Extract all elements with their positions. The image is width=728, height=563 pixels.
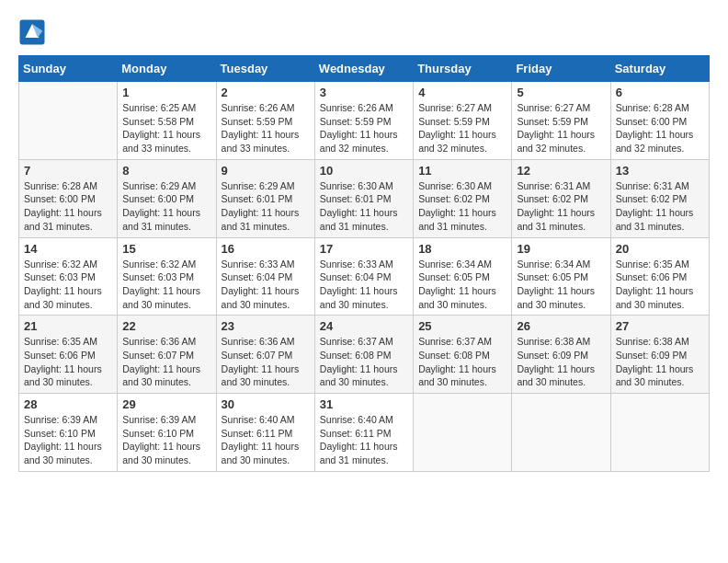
calendar-cell: 1Sunrise: 6:25 AM Sunset: 5:58 PM Daylig… xyxy=(118,82,216,160)
day-info: Sunrise: 6:39 AM Sunset: 6:10 PM Dayligh… xyxy=(122,413,210,467)
day-info: Sunrise: 6:30 AM Sunset: 6:01 PM Dayligh… xyxy=(320,179,408,234)
day-info: Sunrise: 6:38 AM Sunset: 6:09 PM Dayligh… xyxy=(517,335,605,389)
day-number: 6 xyxy=(616,86,704,99)
day-info: Sunrise: 6:40 AM Sunset: 6:11 PM Dayligh… xyxy=(222,413,310,467)
calendar-cell: 22Sunrise: 6:36 AM Sunset: 6:07 PM Dayli… xyxy=(118,316,216,394)
calendar-cell: 3Sunrise: 6:26 AM Sunset: 5:59 PM Daylig… xyxy=(314,82,413,160)
calendar-cell: 29Sunrise: 6:39 AM Sunset: 6:10 PM Dayli… xyxy=(118,394,216,472)
day-number: 23 xyxy=(222,319,310,333)
day-number: 29 xyxy=(122,397,210,411)
calendar-cell: 25Sunrise: 6:37 AM Sunset: 6:08 PM Dayli… xyxy=(414,316,512,394)
calendar-cell: 15Sunrise: 6:32 AM Sunset: 6:03 PM Dayli… xyxy=(118,237,216,316)
day-number: 8 xyxy=(122,164,210,178)
day-number: 9 xyxy=(222,164,310,178)
day-info: Sunrise: 6:36 AM Sunset: 6:07 PM Dayligh… xyxy=(222,335,310,389)
day-number: 12 xyxy=(517,164,605,178)
calendar-cell: 19Sunrise: 6:34 AM Sunset: 6:05 PM Dayli… xyxy=(512,237,610,316)
day-info: Sunrise: 6:35 AM Sunset: 6:06 PM Dayligh… xyxy=(616,258,704,312)
day-info: Sunrise: 6:32 AM Sunset: 6:03 PM Dayligh… xyxy=(122,258,210,312)
day-number: 22 xyxy=(122,319,210,333)
day-number: 7 xyxy=(24,164,112,178)
calendar-cell: 17Sunrise: 6:33 AM Sunset: 6:04 PM Dayli… xyxy=(314,237,413,316)
calendar-cell: 23Sunrise: 6:36 AM Sunset: 6:07 PM Dayli… xyxy=(216,316,314,394)
day-info: Sunrise: 6:31 AM Sunset: 6:02 PM Dayligh… xyxy=(616,179,704,234)
day-info: Sunrise: 6:30 AM Sunset: 6:02 PM Dayligh… xyxy=(418,179,506,234)
day-info: Sunrise: 6:35 AM Sunset: 6:06 PM Dayligh… xyxy=(24,335,112,389)
calendar-cell: 4Sunrise: 6:27 AM Sunset: 5:59 PM Daylig… xyxy=(414,82,512,160)
calendar-cell: 14Sunrise: 6:32 AM Sunset: 6:03 PM Dayli… xyxy=(19,237,118,316)
day-number: 16 xyxy=(222,242,310,256)
day-info: Sunrise: 6:31 AM Sunset: 6:02 PM Dayligh… xyxy=(517,179,605,234)
day-info: Sunrise: 6:34 AM Sunset: 6:05 PM Dayligh… xyxy=(418,258,506,312)
day-number: 26 xyxy=(517,319,605,333)
calendar-cell: 8Sunrise: 6:29 AM Sunset: 6:00 PM Daylig… xyxy=(118,159,216,237)
day-info: Sunrise: 6:29 AM Sunset: 6:00 PM Dayligh… xyxy=(122,179,210,234)
day-info: Sunrise: 6:36 AM Sunset: 6:07 PM Dayligh… xyxy=(122,335,210,389)
calendar-cell: 9Sunrise: 6:29 AM Sunset: 6:01 PM Daylig… xyxy=(216,159,314,237)
day-number: 25 xyxy=(418,319,506,333)
day-number: 28 xyxy=(24,397,112,411)
weekday-header: Saturday xyxy=(610,56,709,82)
calendar-cell: 21Sunrise: 6:35 AM Sunset: 6:06 PM Dayli… xyxy=(19,316,118,394)
day-info: Sunrise: 6:34 AM Sunset: 6:05 PM Dayligh… xyxy=(517,258,605,312)
day-number: 1 xyxy=(122,86,210,99)
calendar-cell: 11Sunrise: 6:30 AM Sunset: 6:02 PM Dayli… xyxy=(414,159,512,237)
day-info: Sunrise: 6:26 AM Sunset: 5:59 PM Dayligh… xyxy=(222,101,310,155)
calendar-cell: 27Sunrise: 6:38 AM Sunset: 6:09 PM Dayli… xyxy=(610,316,709,394)
day-number: 15 xyxy=(122,242,210,256)
calendar-table: SundayMondayTuesdayWednesdayThursdayFrid… xyxy=(18,55,710,472)
day-number: 18 xyxy=(418,242,506,256)
day-info: Sunrise: 6:27 AM Sunset: 5:59 PM Dayligh… xyxy=(418,101,506,155)
calendar-cell: 30Sunrise: 6:40 AM Sunset: 6:11 PM Dayli… xyxy=(216,394,314,472)
day-info: Sunrise: 6:37 AM Sunset: 6:08 PM Dayligh… xyxy=(418,335,506,389)
calendar-week-row: 1Sunrise: 6:25 AM Sunset: 5:58 PM Daylig… xyxy=(19,82,710,160)
calendar-cell: 20Sunrise: 6:35 AM Sunset: 6:06 PM Dayli… xyxy=(610,237,709,316)
calendar-cell: 18Sunrise: 6:34 AM Sunset: 6:05 PM Dayli… xyxy=(414,237,512,316)
calendar-cell: 31Sunrise: 6:40 AM Sunset: 6:11 PM Dayli… xyxy=(314,394,413,472)
logo-icon xyxy=(18,18,46,46)
calendar-cell xyxy=(19,82,118,160)
calendar-cell: 7Sunrise: 6:28 AM Sunset: 6:00 PM Daylig… xyxy=(19,159,118,237)
calendar-cell: 13Sunrise: 6:31 AM Sunset: 6:02 PM Dayli… xyxy=(610,159,709,237)
calendar-cell xyxy=(414,394,512,472)
day-info: Sunrise: 6:26 AM Sunset: 5:59 PM Dayligh… xyxy=(320,101,408,155)
day-info: Sunrise: 6:25 AM Sunset: 5:58 PM Dayligh… xyxy=(122,101,210,155)
day-info: Sunrise: 6:28 AM Sunset: 6:00 PM Dayligh… xyxy=(24,179,112,234)
day-info: Sunrise: 6:39 AM Sunset: 6:10 PM Dayligh… xyxy=(24,413,112,467)
day-number: 14 xyxy=(24,242,112,256)
calendar-week-row: 21Sunrise: 6:35 AM Sunset: 6:06 PM Dayli… xyxy=(19,316,710,394)
day-number: 4 xyxy=(418,86,506,99)
weekday-header: Wednesday xyxy=(314,56,413,82)
day-info: Sunrise: 6:33 AM Sunset: 6:04 PM Dayligh… xyxy=(222,258,310,312)
calendar-cell: 10Sunrise: 6:30 AM Sunset: 6:01 PM Dayli… xyxy=(314,159,413,237)
calendar-cell xyxy=(512,394,610,472)
weekday-header: Thursday xyxy=(414,56,512,82)
day-info: Sunrise: 6:32 AM Sunset: 6:03 PM Dayligh… xyxy=(24,258,112,312)
calendar-cell: 2Sunrise: 6:26 AM Sunset: 5:59 PM Daylig… xyxy=(216,82,314,160)
day-info: Sunrise: 6:27 AM Sunset: 5:59 PM Dayligh… xyxy=(517,101,605,155)
day-number: 13 xyxy=(616,164,704,178)
day-number: 19 xyxy=(517,242,605,256)
weekday-header: Friday xyxy=(512,56,610,82)
calendar-cell: 16Sunrise: 6:33 AM Sunset: 6:04 PM Dayli… xyxy=(216,237,314,316)
page-header xyxy=(18,18,710,46)
day-number: 31 xyxy=(320,397,408,411)
day-info: Sunrise: 6:37 AM Sunset: 6:08 PM Dayligh… xyxy=(320,335,408,389)
day-number: 3 xyxy=(320,86,408,99)
day-number: 2 xyxy=(222,86,310,99)
day-number: 17 xyxy=(320,242,408,256)
day-number: 11 xyxy=(418,164,506,178)
day-number: 21 xyxy=(24,319,112,333)
day-info: Sunrise: 6:38 AM Sunset: 6:09 PM Dayligh… xyxy=(616,335,704,389)
day-info: Sunrise: 6:40 AM Sunset: 6:11 PM Dayligh… xyxy=(320,413,408,467)
day-number: 30 xyxy=(222,397,310,411)
calendar-cell: 26Sunrise: 6:38 AM Sunset: 6:09 PM Dayli… xyxy=(512,316,610,394)
calendar-week-row: 7Sunrise: 6:28 AM Sunset: 6:00 PM Daylig… xyxy=(19,159,710,237)
calendar-header-row: SundayMondayTuesdayWednesdayThursdayFrid… xyxy=(19,56,710,82)
day-number: 27 xyxy=(616,319,704,333)
weekday-header: Tuesday xyxy=(216,56,314,82)
day-number: 10 xyxy=(320,164,408,178)
day-number: 20 xyxy=(616,242,704,256)
calendar-cell xyxy=(610,394,709,472)
calendar-cell: 28Sunrise: 6:39 AM Sunset: 6:10 PM Dayli… xyxy=(19,394,118,472)
